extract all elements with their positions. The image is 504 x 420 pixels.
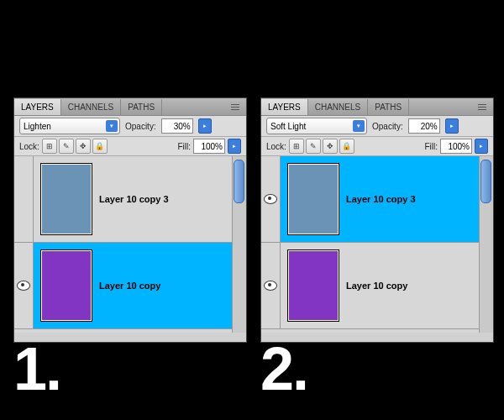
layer-name: Layer 10 copy 3 [99, 194, 169, 204]
tab-bar: LAYERS CHANNELS PATHS [14, 98, 246, 116]
tab-layers[interactable]: LAYERS [14, 99, 61, 115]
eye-icon [264, 194, 277, 204]
visibility-toggle[interactable] [14, 243, 34, 328]
blend-mode-value: Soft Light [270, 122, 306, 131]
layer-thumbnail[interactable] [40, 249, 92, 322]
layers-list: Layer 10 copy 3 Layer 10 copy [14, 156, 246, 333]
blend-mode-select[interactable]: Lighten ▾ [19, 118, 120, 134]
layer-name: Layer 10 copy [346, 281, 407, 291]
lock-all-icon[interactable]: 🔒 [339, 139, 354, 154]
lock-label: Lock: [266, 142, 286, 151]
panel-menu-icon[interactable] [231, 102, 243, 112]
scrollbar[interactable] [479, 156, 493, 333]
layer-row[interactable]: Layer 10 copy 3 [261, 156, 493, 243]
tab-paths[interactable]: PATHS [368, 99, 409, 115]
blend-opacity-row: Soft Light ▾ Opacity: 20% ▸ [261, 116, 493, 137]
layer-row[interactable]: Layer 10 copy 3 [14, 156, 246, 243]
visibility-toggle[interactable] [261, 243, 281, 328]
visibility-toggle[interactable] [261, 156, 281, 242]
layers-panel-1: LAYERS CHANNELS PATHS Lighten ▾ Opacity:… [13, 97, 247, 343]
lock-icons-group: ⊞ ✎ ✥ 🔒 [289, 139, 354, 154]
opacity-input[interactable]: 30% [161, 118, 193, 134]
lock-label: Lock: [19, 142, 39, 151]
visibility-toggle[interactable] [14, 156, 34, 242]
layer-thumbnail[interactable] [287, 163, 339, 235]
layer-name: Layer 10 copy 3 [346, 194, 416, 204]
lock-all-icon[interactable]: 🔒 [92, 139, 108, 154]
lock-icons-group: ⊞ ✎ ✥ 🔒 [42, 139, 108, 154]
blend-mode-value: Lighten [24, 122, 51, 131]
layer-row[interactable]: Layer 10 copy [261, 243, 493, 329]
lock-position-icon[interactable]: ✥ [323, 139, 338, 154]
lock-fill-row: Lock: ⊞ ✎ ✥ 🔒 Fill: 100% ▸ [14, 137, 246, 156]
opacity-input[interactable]: 20% [408, 118, 440, 134]
layer-row[interactable]: Layer 10 copy [14, 243, 246, 329]
fill-input[interactable]: 100% [193, 139, 225, 154]
step-number-1: 1. [13, 334, 60, 403]
panel-menu-icon[interactable] [478, 102, 490, 112]
layer-name: Layer 10 copy [99, 281, 160, 291]
scroll-thumb[interactable] [480, 160, 491, 203]
lock-pixels-icon[interactable]: ✎ [306, 139, 321, 154]
layers-list: Layer 10 copy 3 Layer 10 copy [261, 156, 493, 333]
tab-channels[interactable]: CHANNELS [61, 99, 121, 115]
layer-thumbnail[interactable] [40, 163, 92, 235]
tab-paths[interactable]: PATHS [121, 99, 162, 115]
lock-position-icon[interactable]: ✥ [76, 139, 91, 154]
lock-fill-row: Lock: ⊞ ✎ ✥ 🔒 Fill: 100% ▸ [261, 137, 493, 156]
tab-layers[interactable]: LAYERS [261, 99, 308, 115]
tab-bar: LAYERS CHANNELS PATHS [261, 98, 493, 116]
lock-transparency-icon[interactable]: ⊞ [42, 139, 57, 154]
fill-input[interactable]: 100% [440, 139, 472, 154]
layer-thumbnail[interactable] [287, 249, 339, 322]
opacity-flyout-button[interactable]: ▸ [445, 118, 459, 134]
blend-mode-select[interactable]: Soft Light ▾ [266, 118, 367, 134]
layers-panel-2: LAYERS CHANNELS PATHS Soft Light ▾ Opaci… [260, 97, 494, 343]
fill-label: Fill: [424, 142, 438, 151]
step-number-2: 2. [260, 334, 307, 403]
fill-flyout-button[interactable]: ▸ [228, 139, 241, 154]
fill-flyout-button[interactable]: ▸ [475, 139, 488, 154]
tab-channels[interactable]: CHANNELS [308, 99, 368, 115]
fill-label: Fill: [177, 142, 191, 151]
opacity-flyout-button[interactable]: ▸ [198, 118, 212, 134]
lock-transparency-icon[interactable]: ⊞ [289, 139, 304, 154]
opacity-label: Opacity: [125, 122, 156, 131]
opacity-label: Opacity: [372, 122, 403, 131]
scrollbar[interactable] [232, 156, 246, 333]
scroll-thumb[interactable] [234, 160, 244, 203]
lock-pixels-icon[interactable]: ✎ [59, 139, 74, 154]
eye-icon [17, 281, 30, 291]
dropdown-arrow-icon: ▾ [353, 120, 365, 132]
dropdown-arrow-icon: ▾ [106, 120, 118, 132]
blend-opacity-row: Lighten ▾ Opacity: 30% ▸ [14, 116, 246, 137]
eye-icon [264, 281, 277, 291]
